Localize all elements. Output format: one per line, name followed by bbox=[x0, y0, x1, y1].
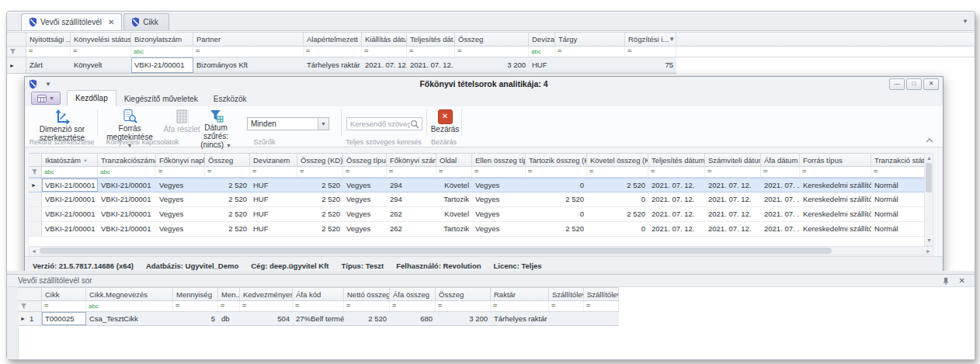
column-header-men[interactable]: Men... bbox=[218, 288, 240, 300]
combobox-dropdown-icon[interactable]: ▼ bbox=[318, 118, 328, 130]
filter-cell-szallitolevel[interactable]: = bbox=[584, 301, 619, 311]
filter-cell-fokonyvi-naplo[interactable]: = bbox=[156, 167, 205, 177]
tab-list-dropdown-icon[interactable]: ▼ bbox=[962, 18, 968, 25]
filter-cell-forras-tipus[interactable]: = bbox=[800, 167, 871, 177]
filter-cell-teljesites-datuma[interactable]: = bbox=[648, 167, 705, 177]
grid-cell-osszeg[interactable]: 3 200 bbox=[455, 57, 529, 73]
equals-filter-icon[interactable]: = bbox=[558, 48, 561, 55]
column-header-deviza[interactable]: Deviza... bbox=[529, 33, 555, 46]
equals-filter-icon[interactable]: = bbox=[196, 48, 200, 55]
column-header-kovetel-osszeg-kd[interactable]: Követel összeg (KD) bbox=[587, 154, 648, 166]
equals-filter-icon[interactable]: = bbox=[44, 303, 48, 310]
scroll-down-icon[interactable]: ▼ bbox=[926, 237, 932, 244]
grid-cell-tartozik-osszeg-kd[interactable]: 0 bbox=[526, 207, 587, 221]
search-input[interactable] bbox=[347, 120, 410, 128]
grid-cell-afa-osszeg[interactable]: 680 bbox=[390, 312, 436, 325]
auto-filter-row[interactable]: =abc========== bbox=[18, 301, 619, 312]
filter-cell-iktatoszam[interactable]: abc bbox=[42, 167, 98, 177]
row-indicator-header[interactable] bbox=[18, 288, 42, 300]
grid-cell-ellen-osszeg-tipus[interactable]: Vegyes bbox=[472, 207, 526, 221]
filter-cell-kedvezmenyes-ar[interactable]: = bbox=[240, 301, 293, 311]
column-header-kiallitas-datuma[interactable]: Kiállítás dátuma bbox=[362, 33, 407, 46]
grid-cell-iktatoszam[interactable]: VBKI-21/00001 bbox=[42, 207, 98, 221]
grid-cell-fokonyvi-szamlasz[interactable]: 262 bbox=[387, 207, 436, 221]
filter-indicator-cell[interactable] bbox=[18, 301, 42, 311]
ribbon-collapse-icon[interactable] bbox=[926, 136, 933, 144]
grid-cell-targy[interactable] bbox=[555, 57, 625, 73]
grid-cell-teljesites-dat[interactable]: 2021. 07. 12. bbox=[407, 57, 455, 73]
horizontal-scrollbar[interactable]: ◄ ► bbox=[29, 246, 933, 255]
filter-cell-tranzakcio-statusz[interactable]: = bbox=[871, 167, 924, 177]
filter-indicator-cell[interactable] bbox=[7, 47, 26, 57]
column-menu-dropdown-icon[interactable]: ▼ bbox=[669, 36, 675, 43]
grid-cell-netto-osszeg[interactable]: 2 520 bbox=[344, 312, 390, 325]
filter-cell-ellen-osszeg-tipus[interactable]: = bbox=[472, 167, 526, 177]
column-header-tranzakcio-statusz[interactable]: Tranzakció státusz bbox=[871, 154, 924, 166]
abc-filter-icon[interactable]: abc bbox=[134, 49, 144, 55]
grid-cell-konyvelesi-statusz[interactable]: Könyvelt bbox=[71, 57, 131, 73]
row-indicator-cell[interactable] bbox=[29, 192, 42, 206]
grid-cell-deviza[interactable]: HUF bbox=[529, 57, 555, 73]
equals-filter-icon[interactable]: = bbox=[300, 168, 304, 175]
column-header-fokonyvi-szamlasz[interactable]: Főkönyvi számlasz... bbox=[387, 154, 436, 166]
filter-row-pin-icon[interactable] bbox=[31, 168, 38, 175]
grid-cell-iktatoszam[interactable]: VBKI-21/00001 bbox=[42, 192, 98, 206]
row-indicator-header[interactable] bbox=[29, 154, 42, 166]
grid-row[interactable]: ►VBKI-21/00001VBKI-21/00001Vegyes2 520HU… bbox=[29, 178, 924, 192]
grid-cell-teljesites-datuma[interactable]: 2021. 07. 12. bbox=[648, 179, 705, 192]
grid-cell-oldal[interactable]: Tartozik bbox=[436, 222, 472, 236]
filter-cell-tartozik-osszeg-kd[interactable]: = bbox=[526, 167, 587, 177]
grid-cell-osszeg-tipus[interactable]: Vegyes bbox=[343, 207, 387, 221]
grid-cell-fokonyvi-naplo[interactable]: Vegyes bbox=[156, 222, 205, 236]
filter-cell-cikk[interactable]: = bbox=[42, 301, 86, 311]
equals-filter-icon[interactable]: = bbox=[438, 303, 442, 310]
filter-cell-osszeg[interactable]: = bbox=[205, 167, 250, 177]
grid-cell-ellen-osszeg-tipus[interactable]: Vegyes bbox=[472, 179, 526, 192]
grid-cell-osszeg[interactable]: 2 520 bbox=[205, 222, 250, 236]
filter-cell-nyitottsagi[interactable]: = bbox=[26, 47, 71, 57]
filter-cell-szallitolevel[interactable]: = bbox=[549, 301, 584, 311]
grid-cell-osszeg[interactable]: 2 520 bbox=[205, 192, 250, 206]
filter-cell-kovetel-osszeg-kd[interactable]: = bbox=[587, 167, 648, 177]
grid-cell-afa-datum[interactable]: 2021. 07. ... bbox=[761, 207, 800, 221]
grid-cell-kovetel-osszeg-kd[interactable]: 2 520 bbox=[587, 179, 648, 192]
equals-filter-icon[interactable]: = bbox=[346, 303, 350, 310]
filter-cell-bizonylatszam[interactable]: abc bbox=[131, 47, 193, 57]
equals-filter-icon[interactable]: = bbox=[364, 48, 368, 55]
grid-cell-szamviteli-datum[interactable]: 2021. 07. 12. bbox=[705, 222, 761, 236]
column-header-targy[interactable]: Tárgy bbox=[555, 33, 625, 46]
filter-cell-netto-osszeg[interactable]: = bbox=[344, 301, 390, 311]
filter-cell-oldal[interactable]: = bbox=[436, 167, 472, 177]
filter-cell-devizanem[interactable]: = bbox=[250, 167, 297, 177]
vertical-scroll-thumb[interactable] bbox=[926, 163, 932, 192]
equals-filter-icon[interactable]: = bbox=[175, 303, 179, 310]
abc-filter-icon[interactable]: abc bbox=[531, 49, 541, 55]
grid-cell-tranzakcio-statusz[interactable]: Normál bbox=[871, 207, 924, 221]
grid-cell-tranzakcioszam[interactable]: VBKI-21/00001 bbox=[98, 192, 156, 206]
horizontal-scroll-thumb[interactable] bbox=[40, 248, 832, 254]
filter-cell-men[interactable]: = bbox=[218, 301, 240, 311]
grid-cell-osszeg[interactable]: 2 520 bbox=[205, 179, 250, 192]
column-header-afa-datum[interactable]: Áfa dátum bbox=[761, 154, 800, 166]
equals-filter-icon[interactable]: = bbox=[252, 168, 256, 175]
grid-cell-tranzakcioszam[interactable]: VBKI-21/00001 bbox=[98, 207, 156, 221]
equals-filter-icon[interactable]: = bbox=[589, 168, 593, 175]
grid-cell-ellen-osszeg-tipus[interactable]: Vegyes bbox=[472, 222, 526, 236]
close-button[interactable]: ✕ bbox=[923, 78, 939, 90]
grid-cell-kedvezmenyes-ar[interactable]: 504 bbox=[240, 312, 293, 325]
row-indicator-cell[interactable]: ► bbox=[7, 57, 26, 73]
grid-cell-forras-tipus[interactable]: Kereskedelmi szállítólevél bbox=[800, 179, 871, 192]
grid-cell-forras-tipus[interactable]: Kereskedelmi szállítólevél bbox=[800, 207, 871, 221]
grid-cell-alapertelmezett[interactable]: Tárhelyes raktár bbox=[304, 57, 362, 73]
column-header-fokonyvi-naplo[interactable]: Főkönyvi napló bbox=[156, 154, 205, 166]
tab-vevoi-szallitolevel[interactable]: Vevői szállítólevél ✕ bbox=[21, 13, 122, 30]
grid-cell-forras-tipus[interactable]: Kereskedelmi szállítólevél bbox=[800, 192, 871, 206]
column-header-mennyiseg[interactable]: Mennyiség bbox=[173, 288, 218, 300]
equals-filter-icon[interactable]: = bbox=[306, 48, 310, 55]
grid-cell-nyitottsagi[interactable]: Zárt bbox=[26, 57, 71, 73]
grid-cell-fokonyvi-naplo[interactable]: Vegyes bbox=[156, 192, 205, 206]
ribbon-tab-kiegeszito-muveletek[interactable]: Kiegészítő műveletek bbox=[116, 92, 206, 106]
grid-cell-oldal[interactable]: Követel bbox=[436, 207, 472, 221]
grid-cell-devizanem[interactable]: HUF bbox=[250, 222, 297, 236]
grid-cell-ellen-osszeg-tipus[interactable]: Vegyes bbox=[472, 192, 526, 206]
